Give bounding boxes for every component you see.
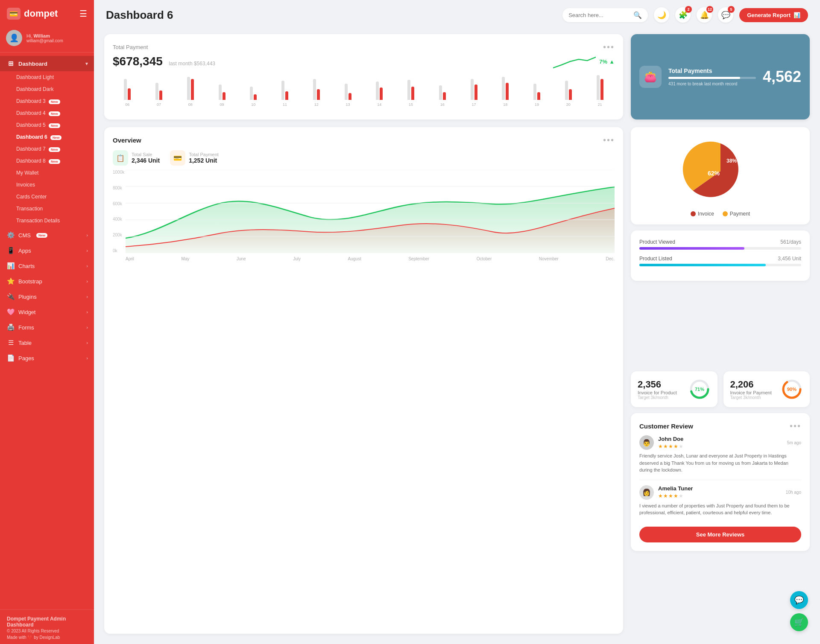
sidebar-item-bootstrap[interactable]: ⭐ Bootstrap ›	[0, 274, 94, 289]
bar-group: 14	[365, 70, 394, 107]
sidebar-item-widget[interactable]: 🩷 Widget ›	[0, 304, 94, 320]
moon-button[interactable]: 🌙	[654, 7, 669, 23]
bar-gray	[502, 77, 505, 100]
invoice-product-card: 2,356 Invoice for Product Target 3k/mont…	[631, 371, 717, 407]
invoice-payment-target: Target 3k/month	[730, 395, 776, 400]
bar-label: 20	[566, 102, 571, 107]
sidebar-item-plugins[interactable]: 🔌 Plugins ›	[0, 289, 94, 304]
sidebar-sub-dashboard-dark[interactable]: Dashboard Dark	[0, 83, 94, 95]
generate-report-button[interactable]: Generate Report 📊	[739, 8, 808, 22]
bar-gray	[439, 85, 442, 100]
sidebar-sub-dashboard-6[interactable]: Dashboard 6 New	[0, 131, 94, 143]
product-listed-progress	[639, 264, 801, 266]
sidebar-sub-transaction-details[interactable]: Transaction Details	[0, 215, 94, 227]
user-name: William	[34, 33, 50, 38]
review-title: Customer Review	[639, 423, 693, 430]
sidebar-sub-dashboard-7[interactable]: Dashboard 7 New	[0, 143, 94, 155]
topbar-right: 🔍 🌙 🧩 2 🔔 12 💬 5 Generate Report 📊	[562, 7, 808, 23]
area-chart: 0k 200k 400k 600k 800k 1000k	[113, 170, 615, 268]
sidebar-sub-dashboard-5[interactable]: Dashboard 5 New	[0, 119, 94, 131]
svg-text:38%: 38%	[726, 158, 737, 164]
payment-trend: 7% ▲	[599, 58, 615, 65]
puzzle-button[interactable]: 🧩 2	[675, 7, 691, 23]
bar-label: 21	[598, 102, 602, 107]
bar-group: 17	[459, 70, 489, 107]
invoice-payment-label: Invoice for Payment	[730, 390, 776, 395]
user-info: Hi, William william@gmail.com	[26, 33, 63, 43]
sidebar-item-forms[interactable]: 🖨️ Forms ›	[0, 320, 94, 335]
total-sale-value: 2,346 Unit	[132, 157, 160, 164]
bootstrap-icon: ⭐	[7, 277, 15, 285]
pie-chart-svg: 62% 38%	[682, 135, 759, 207]
sidebar-sub-dashboard-3[interactable]: Dashboard 3 New	[0, 95, 94, 107]
see-more-reviews-button[interactable]: See More Reviews	[639, 527, 801, 542]
sidebar-item-pages[interactable]: 📄 Pages ›	[0, 350, 94, 366]
chevron-down-icon: ▾	[85, 61, 88, 67]
bar-group: 08	[176, 70, 205, 107]
bar-label: 14	[377, 102, 381, 107]
sidebar-sub-dashboard-light[interactable]: Dashboard Light	[0, 71, 94, 83]
sidebar-item-cms[interactable]: ⚙️ CMS New ›	[0, 227, 94, 243]
bar-label: 13	[346, 102, 350, 107]
bar-red	[506, 83, 509, 100]
sidebar-item-table[interactable]: ☰ Table ›	[0, 335, 94, 350]
bar-group: 07	[144, 70, 174, 107]
hamburger-button[interactable]: ☰	[79, 9, 87, 19]
logo-icon: 💳	[7, 8, 20, 20]
bar-label: 08	[188, 102, 193, 107]
sidebar-sub-transaction[interactable]: Transaction	[0, 203, 94, 215]
pages-icon: 📄	[7, 354, 15, 362]
review-more-options[interactable]: •••	[790, 422, 801, 430]
chevron-right-icon: ›	[86, 325, 88, 330]
generate-report-label: Generate Report	[747, 12, 791, 18]
chat-badge: 5	[728, 6, 735, 13]
search-input[interactable]	[568, 12, 630, 18]
sidebar-item-dashboard[interactable]: ⊞ Dashboard ▾	[0, 56, 94, 71]
chat-float-button[interactable]: 💬	[790, 591, 808, 609]
chevron-right-icon: ›	[86, 309, 88, 315]
bar-red	[285, 91, 288, 100]
chat-button[interactable]: 💬 5	[718, 7, 733, 23]
bar-label: 12	[314, 102, 319, 107]
cart-float-button[interactable]: 🛒	[790, 613, 808, 631]
more-options-button[interactable]: •••	[603, 43, 615, 51]
overview-title: Overview	[113, 137, 141, 144]
payment-legend-label: Payment	[730, 211, 750, 217]
sidebar-sub-dashboard-8[interactable]: Dashboard 8 New	[0, 155, 94, 167]
cms-icon: ⚙️	[7, 231, 15, 239]
bar-label: 16	[440, 102, 445, 107]
sidebar-sub-invoices[interactable]: Invoices	[0, 179, 94, 191]
greeting-text: Hi, William	[26, 33, 63, 38]
total-payment-card: Total Payment ••• $678,345 last month $5…	[104, 34, 623, 119]
sidebar-sub-dashboard-4[interactable]: Dashboard 4 New	[0, 107, 94, 119]
sidebar: 💳 dompet ☰ 👤 Hi, William william@gmail.c…	[0, 0, 94, 644]
pie-legend: Invoice Payment	[638, 211, 802, 217]
bar-red	[317, 89, 320, 100]
bar-group: 13	[333, 70, 363, 107]
sidebar-item-apps[interactable]: 📱 Apps ›	[0, 243, 94, 258]
wallet-icon: 👛	[639, 66, 662, 88]
blue-stats-info: Total Payments 431 more to break last mo…	[668, 67, 756, 86]
bell-button[interactable]: 🔔 12	[697, 7, 712, 23]
bar-group: 20	[554, 70, 583, 107]
sidebar-sub-cardscenter[interactable]: Cards Center	[0, 191, 94, 203]
bar-label: 15	[409, 102, 413, 107]
chevron-right-icon: ›	[86, 356, 88, 361]
x-axis-labels: AprilMayJuneJulyAugustSeptemberOctoberNo…	[113, 255, 615, 261]
product-stats-card: Product Viewed 561/days Product Listed 3…	[631, 230, 810, 281]
sidebar-item-charts[interactable]: 📊 Charts ›	[0, 258, 94, 274]
chevron-right-icon: ›	[86, 340, 88, 345]
product-viewed-value: 561/days	[780, 239, 801, 245]
bar-gray	[597, 75, 600, 100]
dashboard-icon: ⊞	[7, 60, 15, 67]
review-item-2: 👩 Amelia Tuner ★★★★★ 10h ago I viewed a …	[639, 485, 801, 516]
overview-more-options[interactable]: •••	[603, 136, 615, 144]
sidebar-sub-mywallet[interactable]: My Wallet	[0, 167, 94, 179]
invoice-payment-number: 2,206	[730, 379, 776, 390]
bar-group: 10	[239, 70, 268, 107]
bar-red	[128, 88, 131, 100]
bar-label: 18	[503, 102, 507, 107]
sidebar-header: 💳 dompet ☰	[0, 0, 94, 26]
chevron-right-icon: ›	[86, 279, 88, 284]
bar-group: 15	[396, 70, 426, 107]
